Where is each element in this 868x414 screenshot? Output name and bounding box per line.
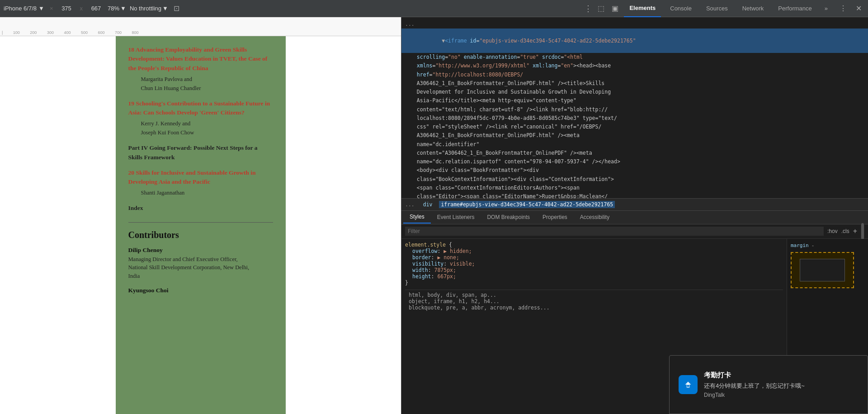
- tree-line-10: css" rel="styleSheet" /><link rel="canon…: [401, 123, 868, 131]
- inspect-icon[interactable]: ⬚: [596, 2, 606, 14]
- notif-title: 考勤打卡: [704, 371, 859, 380]
- throttle-arrow: ▼: [162, 5, 168, 12]
- height-input[interactable]: [88, 5, 104, 12]
- contributors-heading: Contributors: [128, 222, 273, 240]
- svg-rect-1: [687, 385, 689, 387]
- tab-elements[interactable]: Elements: [624, 0, 661, 17]
- breadcrumb-bar: ... div iframe#epubjs-view-d34ec394-5c47…: [401, 198, 868, 211]
- style-width-val: 7875px;: [434, 267, 456, 273]
- add-style-button[interactable]: +: [853, 227, 857, 235]
- notif-body: 还有4分钟就要上班了，别忘记打卡哦~: [704, 381, 859, 390]
- style-overflow-prop[interactable]: overflow: [405, 248, 437, 254]
- chapter-18-link[interactable]: 18 Advancing Employability and Green Ski…: [128, 45, 273, 73]
- contributor-1-desc: Managing Director and Chief Executive Of…: [128, 255, 273, 281]
- tree-line-3: xmlns="http://www.w3.org/1999/xhtml" xml…: [401, 62, 868, 70]
- top-ruler: | 100 200 300 400 500 600 700 800: [0, 17, 401, 36]
- rotate-icon[interactable]: ⊡: [172, 2, 181, 14]
- notif-content: 考勤打卡 还有4分钟就要上班了，别忘记打卡哦~ DingTalk: [704, 371, 859, 399]
- margin-row: margin -: [791, 243, 814, 248]
- element-style-rule: element.style { overflow: ▶ hidden; bord…: [405, 242, 783, 286]
- breadcrumb-iframe[interactable]: iframe#epubjs-view-d34ec394-5c47-4042-ad…: [439, 201, 615, 208]
- tab-accessibility[interactable]: Accessibility: [574, 211, 616, 223]
- tree-line-15: <body><div class="BookFrontmatter"><div: [401, 166, 868, 175]
- style-selector: element.style: [405, 242, 449, 248]
- main-area: | 100 200 300 400 500 600 700 800 18 Adv…: [0, 17, 868, 414]
- tree-line-11: A306462_1_En_BookFrontmatter_OnlinePDF.h…: [401, 131, 868, 140]
- margin-dash: -: [811, 243, 815, 248]
- throttle-label: No throttling: [130, 5, 161, 12]
- chapter-20-link[interactable]: 20 Skills for Inclusive and Sustainable …: [128, 168, 273, 187]
- chapter-19-authors: Kerry J. Kennedy and Joseph Kui Foon Cho…: [141, 119, 273, 137]
- notification-popup: 考勤打卡 还有4分钟就要上班了，别忘记打卡哦~ DingTalk: [669, 355, 868, 414]
- style-visibility-prop[interactable]: visibility: [405, 261, 443, 267]
- width-input[interactable]: [58, 5, 74, 12]
- breadcrumb-ellipsis[interactable]: ...: [405, 201, 415, 208]
- style-height-prop[interactable]: height: [405, 273, 431, 280]
- chapter-19-link[interactable]: 19 Schooling's Contribution to a Sustain…: [128, 99, 273, 118]
- margin-box-inner: [800, 259, 845, 281]
- html-tree[interactable]: ... ▼<iframe id="epubjs-view-d34ec394-5c…: [401, 17, 868, 198]
- zoom-level: 78%: [108, 5, 119, 12]
- styles-tabs: Styles Event Listeners DOM Breakpoints P…: [401, 211, 868, 224]
- style-width-prop[interactable]: width: [405, 267, 428, 273]
- tab-more[interactable]: »: [821, 0, 831, 17]
- hov-button[interactable]: :hov: [827, 228, 838, 234]
- devtools-close-button[interactable]: ✕: [853, 2, 864, 14]
- device-name: iPhone 6/7/8: [4, 5, 37, 12]
- css-selectors-area: html, body, div, span, ap... object, ifr…: [405, 290, 783, 313]
- device-arrow: ▼: [38, 5, 44, 12]
- tab-sources[interactable]: Sources: [701, 0, 733, 17]
- cls-button[interactable]: .cls: [841, 228, 849, 234]
- phone-content: 18 Advancing Employability and Green Ski…: [0, 36, 401, 414]
- tree-iframe-line[interactable]: ▼<iframe id="epubjs-view-d34ec394-5c47-4…: [401, 29, 868, 53]
- throttle-selector[interactable]: No throttling ▼: [130, 5, 168, 12]
- tree-line-2: scrolling="no" enable-annotation="true" …: [401, 53, 868, 62]
- tree-line-18: class="Editor"><span class="EditorName">…: [401, 192, 868, 198]
- tree-line-8: content="text/html; charset=utf-8" /><li…: [401, 105, 868, 114]
- tree-line-5: A306462_1_En_BookFrontmatter_OnlinePDF.h…: [401, 79, 868, 88]
- dingtalk-logo: [682, 379, 694, 390]
- tree-dots[interactable]: ...: [401, 20, 868, 29]
- style-overflow-val: ▶ hidden;: [443, 248, 472, 254]
- book-page: 18 Advancing Employability and Green Ski…: [116, 36, 286, 414]
- breadcrumb-div[interactable]: div: [423, 201, 433, 208]
- index-heading: Index: [128, 204, 273, 213]
- chapter-20-author: Shanti Jagannathan: [141, 188, 273, 197]
- tree-line-16: class="BookContextInformation"><div clas…: [401, 175, 868, 184]
- tab-network[interactable]: Network: [737, 0, 769, 17]
- top-toolbar: iPhone 6/7/8 ▼ × x 78% ▼ No throttling ▼…: [0, 0, 868, 17]
- tab-console[interactable]: Console: [665, 0, 697, 17]
- style-visibility-val: visible;: [450, 261, 475, 267]
- breadcrumb-separator-2: [434, 201, 438, 208]
- tab-performance[interactable]: Performance: [773, 0, 817, 17]
- styles-filter-input[interactable]: [405, 227, 824, 236]
- device-mode-icon[interactable]: ▣: [610, 2, 620, 14]
- style-border-prop[interactable]: border: [405, 254, 431, 261]
- tab-styles[interactable]: Styles: [403, 211, 431, 224]
- tab-event-listeners[interactable]: Event Listeners: [431, 211, 481, 223]
- device-selector[interactable]: iPhone 6/7/8 ▼: [4, 5, 44, 12]
- tab-properties[interactable]: Properties: [536, 211, 574, 223]
- tree-line-7: Asia-Pacific</title><meta http-equiv="co…: [401, 96, 868, 105]
- inherited-selector-1: html, body, div, span, ap...: [409, 292, 779, 298]
- zoom-arrow: ▼: [120, 5, 126, 12]
- contributor-2-name: Kyungsoo Choi: [128, 287, 273, 294]
- x-separator: x: [80, 5, 83, 12]
- tab-dom-breakpoints[interactable]: DOM Breakpoints: [481, 211, 536, 223]
- more-options-button[interactable]: ⋮: [584, 4, 592, 14]
- devtools-more-button[interactable]: ⋮: [837, 2, 849, 14]
- notif-source: DingTalk: [704, 392, 859, 398]
- contributor-1-name: Dilip Chenoy: [128, 247, 273, 254]
- tree-line-17: <span class="ContextInformationEditorsAu…: [401, 184, 868, 192]
- tree-line-4: href="http://localhost:8080/OEBPS/: [401, 71, 868, 79]
- tree-line-14: name="dc.relation.ispartof" content="978…: [401, 157, 868, 166]
- style-border-val: ▶ none;: [437, 254, 459, 261]
- dingtalk-icon: [679, 375, 698, 394]
- styles-scrollbar[interactable]: [861, 221, 864, 241]
- part-4-heading: Part IV Going Forward: Possible Next Ste…: [128, 143, 273, 162]
- inherited-selector-2: object, iframe, h1, h2, h4...: [409, 298, 779, 305]
- zoom-selector[interactable]: 78% ▼: [108, 5, 126, 12]
- devtools-panel: ... ▼<iframe id="epubjs-view-d34ec394-5c…: [401, 17, 868, 414]
- chapter-18-authors: Margarita Pavlova and Chun Lin Huang Cha…: [141, 75, 273, 93]
- styles-filter-bar: :hov .cls +: [401, 224, 868, 239]
